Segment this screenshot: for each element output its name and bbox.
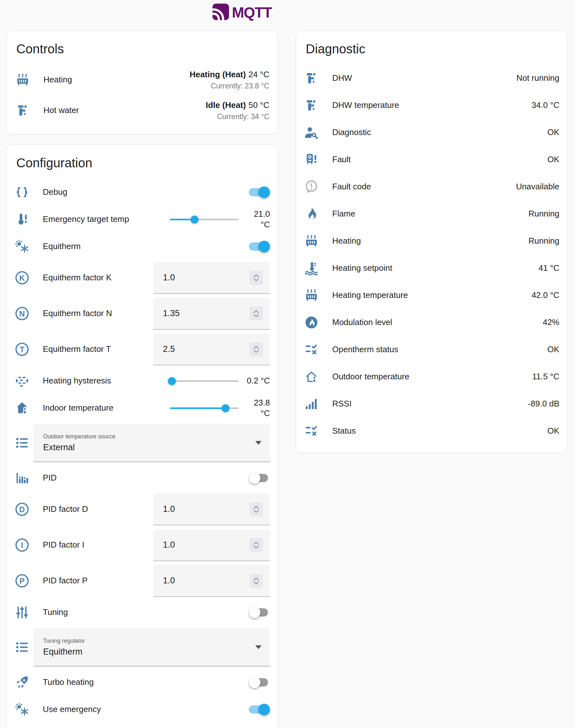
- turbo-heating-toggle[interactable]: [249, 677, 270, 688]
- pid-factor-i-input[interactable]: 1.0: [153, 529, 270, 561]
- svg-text:T: T: [20, 345, 25, 354]
- number-stepper[interactable]: [249, 306, 263, 321]
- control-row-heating[interactable]: Heating Heating (Heat)24 °C Currently: 2…: [7, 65, 278, 95]
- config-row-heating-hysteresis[interactable]: Heating hysteresis 0.2 °C: [7, 367, 278, 394]
- config-row-pid[interactable]: PID: [7, 464, 278, 492]
- config-row-pid-factor-d[interactable]: D PID factor D 1.0: [7, 492, 278, 527]
- diag-row-rssi[interactable]: RSSI -89.0 dB: [296, 390, 567, 417]
- equitherm-factor-n-input[interactable]: 1.35: [153, 298, 270, 329]
- diag-label: Modulation level: [332, 317, 543, 327]
- number-value: 1.0: [163, 540, 175, 550]
- letter-k-circle-icon: K: [14, 270, 30, 286]
- select-label: Outdoor temperature source: [43, 433, 255, 440]
- diag-row-modulation-level[interactable]: Modulation level 42%: [296, 309, 567, 336]
- diag-row-heating-temperature[interactable]: Heating temperature 42.0 °C: [296, 282, 567, 309]
- config-row-pid-factor-i[interactable]: I PID factor I 1.0: [7, 527, 278, 563]
- control-row-hot-water[interactable]: Hot water Idle (Heat)50 °C Currently: 34…: [7, 95, 278, 126]
- diag-value: -89.0 dB: [528, 399, 560, 409]
- control-state: Idle (Heat): [206, 100, 246, 110]
- letter-p-circle-icon: P: [14, 573, 30, 588]
- config-label: Tuning: [43, 607, 249, 617]
- radiator-icon: [15, 72, 30, 87]
- config-label: Equitherm factor N: [43, 308, 153, 318]
- number-stepper[interactable]: [249, 502, 263, 516]
- config-row-tuning[interactable]: Tuning: [7, 599, 278, 626]
- config-row-outdoor-temperature-source[interactable]: Outdoor temperature source External: [7, 422, 278, 464]
- config-row-equitherm-factor-t[interactable]: T Equitherm factor T 2.5: [7, 331, 278, 367]
- svg-text:D: D: [19, 505, 25, 514]
- number-stepper[interactable]: [249, 342, 263, 356]
- diag-value: 11.5 °C: [532, 372, 560, 381]
- diag-row-heating-setpoint[interactable]: Heating setpoint 41 °C: [296, 254, 567, 282]
- equitherm-factor-t-input[interactable]: 2.5: [153, 333, 270, 365]
- tuning-toggle[interactable]: [249, 607, 270, 618]
- diag-row-outdoor-temperature[interactable]: Outdoor temperature 11.5 °C: [296, 363, 567, 390]
- diag-label: Fault code: [332, 182, 516, 191]
- diag-row-dhw-temperature[interactable]: DHW temperature 34.0 °C: [296, 92, 567, 119]
- heating-hysteresis-slider[interactable]: [170, 376, 239, 386]
- control-state: Heating (Heat): [190, 70, 246, 79]
- diag-value: Running: [528, 209, 560, 219]
- use-emergency-toggle[interactable]: [249, 704, 270, 715]
- config-row-use-equitherm-in-emergency[interactable]: Use equitherm in emergency: [7, 723, 278, 728]
- tuning-regulator-select[interactable]: Tuning regulator Equitherm: [34, 628, 270, 666]
- sun-snowflake-icon: [14, 239, 30, 254]
- diag-row-heating[interactable]: Heating Running: [296, 227, 567, 254]
- configuration-card: Configuration Debug Emergency target tem…: [6, 145, 278, 728]
- config-row-debug[interactable]: Debug: [7, 179, 278, 206]
- config-label: PID factor D: [43, 504, 153, 514]
- control-state-line: Idle (Heat)50 °C: [206, 100, 269, 110]
- config-row-equitherm-factor-k[interactable]: K Equitherm factor K 1.0: [7, 260, 278, 296]
- pid-factor-p-input[interactable]: 1.0: [153, 565, 270, 597]
- diag-label: DHW temperature: [332, 100, 532, 110]
- sun-snowflake-icon: [14, 702, 30, 717]
- config-row-indoor-temperature[interactable]: Indoor temperature 23.8°C: [7, 394, 278, 422]
- config-row-pid-factor-p[interactable]: P PID factor P 1.0: [7, 563, 278, 599]
- diag-row-dhw[interactable]: DHW Not running: [296, 65, 567, 92]
- equitherm-toggle[interactable]: [249, 241, 270, 252]
- fire-icon: [304, 206, 319, 222]
- diag-row-fault-code[interactable]: Fault code Unavailable: [296, 173, 567, 200]
- diag-value: 41 °C: [539, 263, 560, 273]
- code-braces-icon: [14, 185, 30, 200]
- slider-thumb[interactable]: [168, 377, 176, 385]
- emergency-target-temp-slider[interactable]: [170, 215, 239, 224]
- debug-toggle[interactable]: [249, 186, 270, 198]
- number-stepper[interactable]: [249, 574, 263, 588]
- config-row-emergency-target-temp[interactable]: Emergency target temp 21.0°C: [7, 206, 278, 233]
- config-row-use-emergency[interactable]: Use emergency: [7, 696, 278, 723]
- diag-label: Diagnostic: [332, 128, 547, 137]
- signal-icon: [304, 396, 319, 411]
- config-label: Turbo heating: [43, 677, 249, 687]
- diag-label: Flame: [332, 209, 528, 219]
- config-row-equitherm-factor-n[interactable]: N Equitherm factor N 1.35: [7, 296, 278, 331]
- slider-thumb[interactable]: [222, 404, 230, 412]
- indoor-temperature-slider[interactable]: [170, 404, 239, 412]
- outdoor-temperature-source-select[interactable]: Outdoor temperature source External: [34, 424, 270, 462]
- diag-row-fault[interactable]: Fault OK: [296, 146, 567, 173]
- equitherm-factor-k-input[interactable]: 1.0: [153, 262, 270, 294]
- select-value: Equitherm: [43, 647, 255, 657]
- config-row-turbo-heating[interactable]: Turbo heating: [7, 668, 278, 696]
- list-status-icon: [304, 424, 319, 439]
- diag-row-diagnostic[interactable]: Diagnostic OK: [296, 119, 567, 146]
- diag-row-opentherm-status[interactable]: Opentherm status OK: [296, 336, 567, 363]
- config-row-tuning-regulator[interactable]: Tuning regulator Equitherm: [7, 626, 278, 668]
- list-bulleted-icon: [14, 435, 30, 450]
- diag-value: Running: [528, 236, 560, 246]
- config-label: Indoor temperature: [43, 403, 170, 413]
- diag-label: Outdoor temperature: [332, 372, 532, 381]
- number-stepper[interactable]: [249, 271, 263, 285]
- config-row-equitherm[interactable]: Equitherm: [7, 233, 278, 260]
- dropdown-caret-icon: [255, 441, 262, 445]
- number-stepper[interactable]: [249, 538, 263, 552]
- slider-thumb[interactable]: [191, 216, 199, 223]
- fire-circle-icon: [304, 315, 319, 330]
- pid-toggle[interactable]: [249, 472, 270, 484]
- radiator-icon: [304, 233, 319, 249]
- control-value: 50 °C: [248, 100, 269, 110]
- home-thermometer-outline-icon: [304, 369, 319, 385]
- diag-row-status[interactable]: Status OK: [296, 417, 567, 444]
- diag-row-flame[interactable]: Flame Running: [296, 200, 567, 227]
- pid-factor-d-input[interactable]: 1.0: [153, 493, 270, 525]
